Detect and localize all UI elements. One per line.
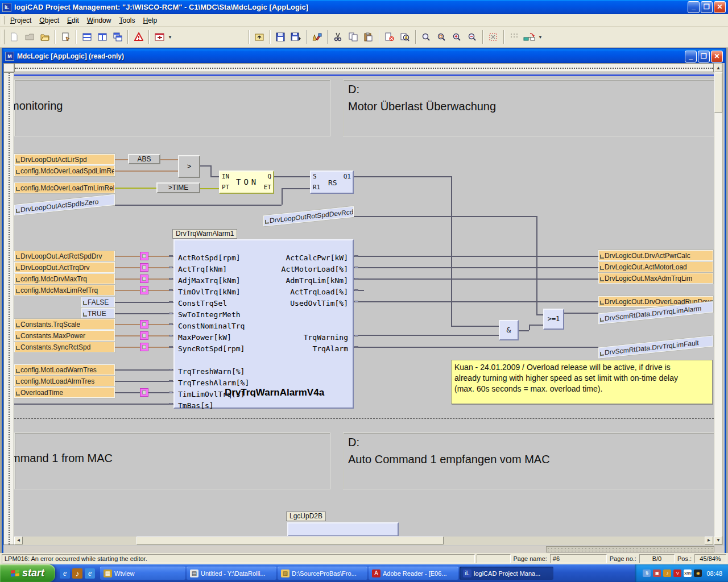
- volume-icon[interactable]: ◉: [694, 569, 702, 577]
- input-variable[interactable]: config.MdcOverLoadTmLimRel: [14, 182, 115, 193]
- conversion-box[interactable]: [140, 286, 148, 294]
- media-player-icon[interactable]: ♪: [72, 568, 82, 579]
- output-variable[interactable]: DrvLogicOut.MaxAdmTrqLim: [598, 273, 713, 284]
- network-icon[interactable]: ⇅: [643, 569, 651, 577]
- internet-explorer-icon[interactable]: e: [60, 568, 70, 579]
- menu-help[interactable]: Help: [139, 15, 161, 26]
- browser-icon[interactable]: e: [85, 568, 95, 579]
- taskbar-task-folder[interactable]: ▨ D:\SourceProBas\Fro...: [278, 567, 367, 580]
- antivirus-icon[interactable]: V: [673, 569, 681, 577]
- scroll-right-button[interactable]: ►: [705, 537, 713, 544]
- restore-button[interactable]: ❐: [701, 1, 713, 13]
- menu-project[interactable]: Project: [6, 15, 35, 26]
- conversion-box[interactable]: [140, 343, 148, 351]
- output-variable[interactable]: DrvScmRtData.DrvTrqLimFault: [598, 335, 713, 358]
- xhtml-icon[interactable]: xml: [684, 569, 692, 577]
- conversion-box[interactable]: [140, 275, 148, 283]
- doc-restore-button[interactable]: ❐: [698, 51, 710, 63]
- taskbar-task-wtview[interactable]: ▦ Wtview: [100, 567, 185, 580]
- zoom-in-icon[interactable]: [450, 30, 464, 44]
- doc-close-button[interactable]: ✕: [711, 51, 723, 63]
- vertical-scrollbar[interactable]: ▲ ▼: [714, 63, 723, 545]
- page-panner[interactable]: [546, 546, 714, 552]
- ton-timer-block[interactable]: IN PT Q ET TON: [219, 171, 274, 194]
- logic-canvas[interactable]: monitoring D: Motor Überlast Überwachung…: [14, 72, 714, 536]
- taskbar-task-adobe[interactable]: A Adobe Reader - [E06...: [369, 567, 458, 580]
- constant-false[interactable]: FALSE: [81, 297, 115, 307]
- cut-icon[interactable]: [331, 30, 345, 44]
- minimize-button[interactable]: _: [688, 1, 700, 13]
- start-button[interactable]: start: [0, 564, 55, 582]
- zoom-window-icon[interactable]: [435, 30, 449, 44]
- new-window-icon[interactable]: [152, 30, 167, 44]
- delete-object-icon[interactable]: [383, 30, 397, 44]
- input-variable[interactable]: DrvLoopOutActSpdIsZero: [14, 194, 115, 216]
- taskbar-task-untitled[interactable]: ▤ Untitled - Y:\DataRolli...: [187, 567, 276, 580]
- horizontal-scroll-thumb[interactable]: [136, 537, 444, 544]
- function-block[interactable]: ActRotSpd[rpm] ActTrq[kNm] AdjMaxTrq[kNm…: [173, 239, 354, 409]
- input-variable[interactable]: config.MdcOverLoadSpdLimRel: [14, 165, 115, 176]
- save-all-icon[interactable]: [289, 30, 303, 44]
- paste-icon[interactable]: [362, 30, 376, 44]
- menu-edit[interactable]: Edit: [63, 15, 83, 26]
- connection-mode-icon[interactable]: [523, 30, 537, 44]
- zoom-out-icon[interactable]: [465, 30, 479, 44]
- edit-drawing-icon[interactable]: [310, 30, 324, 44]
- cascade-windows-icon[interactable]: [110, 30, 125, 44]
- input-variable[interactable]: OverloadTime: [14, 387, 115, 398]
- new-document-icon[interactable]: [7, 30, 21, 44]
- vertical-scroll-thumb[interactable]: [714, 73, 722, 113]
- conversion-box[interactable]: [140, 331, 148, 340]
- connection-dropdown-caret[interactable]: ▼: [538, 35, 543, 40]
- object-properties-icon[interactable]: [59, 30, 73, 44]
- input-variable[interactable]: DrvLoopOut.ActRctSpdDrv: [14, 251, 115, 261]
- menu-tools[interactable]: Tools: [115, 15, 139, 26]
- open-project-icon[interactable]: [38, 30, 52, 44]
- grid-icon[interactable]: [507, 30, 522, 44]
- taskbar-task-logicad[interactable]: iL logiCAD Project Mana...: [460, 567, 553, 580]
- or-gate-block[interactable]: >=1: [543, 309, 564, 330]
- conversion-box[interactable]: [140, 263, 148, 272]
- input-variable[interactable]: config.MdcMaxLimRefTrq: [14, 285, 115, 296]
- conversion-box[interactable]: [140, 320, 148, 329]
- output-variable[interactable]: DrvLogicOut.ActMotorLoad: [598, 261, 713, 272]
- input-variable[interactable]: Constants.SyncRctSpd: [14, 342, 115, 352]
- input-variable[interactable]: DrvLoopOutActLirSpd: [14, 154, 115, 165]
- input-variable[interactable]: Constants.MaxPower: [14, 330, 115, 341]
- output-variable[interactable]: DrvLogicOut.DrvActPwrCalc: [598, 250, 713, 261]
- rs-flipflop-block[interactable]: S R1 Q1 RS: [310, 171, 354, 194]
- close-button[interactable]: ✕: [714, 1, 726, 13]
- zoom-fit-icon[interactable]: [486, 30, 500, 44]
- input-variable[interactable]: config.MotLoadAlrmTres: [14, 376, 115, 386]
- input-variable[interactable]: DrvLoopOutRotSpdDevRcd: [263, 206, 354, 227]
- horizontal-scrollbar[interactable]: ◄ ►: [14, 537, 714, 545]
- zoom-icon[interactable]: [419, 30, 433, 44]
- check-logic-icon[interactable]: [398, 30, 412, 44]
- input-variable[interactable]: config.MdcDrvMaxTrq: [14, 273, 115, 284]
- save-icon[interactable]: [274, 30, 288, 44]
- copy-icon[interactable]: [346, 30, 361, 44]
- audio-icon[interactable]: ♪: [663, 569, 671, 577]
- doc-minimize-button[interactable]: _: [685, 51, 697, 63]
- fb-instance-tab[interactable]: DrvTrqWarnAlarm1: [172, 229, 237, 239]
- split-horizontal-icon[interactable]: [80, 30, 94, 44]
- time-convert-block[interactable]: >TIME: [156, 182, 200, 193]
- error-list-icon[interactable]: [131, 30, 146, 44]
- comment-box[interactable]: Kuan - 24.01.2009 / Overload release wil…: [451, 360, 713, 404]
- split-vertical-icon[interactable]: [95, 30, 109, 44]
- display-icon[interactable]: ▣: [653, 569, 661, 577]
- scroll-up-button[interactable]: ▲: [714, 64, 722, 72]
- up-one-level-icon[interactable]: [253, 30, 267, 44]
- menu-object[interactable]: Object: [35, 15, 63, 26]
- open-document-icon[interactable]: [22, 30, 36, 44]
- conversion-box[interactable]: [140, 388, 148, 397]
- lgc-function-block[interactable]: [287, 522, 399, 536]
- input-variable[interactable]: config.MotLoadWarnTres: [14, 364, 115, 375]
- input-variable[interactable]: DrvLoopOut.ActTrqDrv: [14, 262, 115, 273]
- menu-window[interactable]: Window: [83, 15, 115, 26]
- greater-block[interactable]: >: [178, 155, 200, 178]
- toolbar-dropdown-caret[interactable]: ▼: [168, 35, 172, 40]
- abs-block[interactable]: ABS: [128, 154, 160, 164]
- lgc-instance-tab[interactable]: LgcUpD2B: [286, 512, 326, 521]
- scroll-left-button[interactable]: ◄: [14, 537, 23, 544]
